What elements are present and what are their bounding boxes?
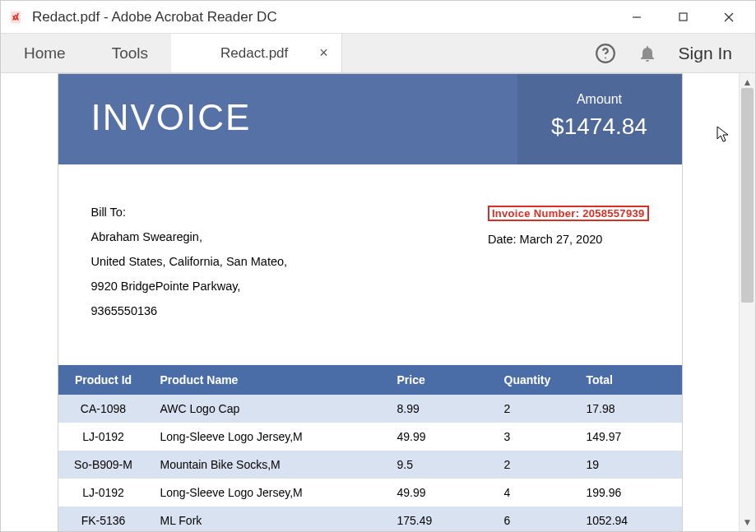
cell-id: CA-1098: [58, 395, 149, 423]
col-total: Total: [575, 365, 682, 395]
bill-to-block: Bill To: Abraham Swearegin, United State…: [91, 206, 288, 329]
table-row: FK-5136 ML Fork 175.49 6 1052.94: [58, 507, 682, 531]
main-toolbar: Home Tools Redact.pdf × Sign In: [1, 34, 755, 73]
cell-price: 49.99: [386, 423, 493, 451]
scroll-track[interactable]: [740, 88, 755, 516]
pdf-page: INVOICE Amount $1474.84 Bill To: Abraham…: [58, 73, 683, 531]
bill-to-label: Bill To:: [91, 206, 288, 219]
window-titlebar: Redact.pdf - Adobe Acrobat Reader DC: [1, 1, 755, 34]
document-tab[interactable]: Redact.pdf ×: [171, 34, 342, 72]
tab-close-icon[interactable]: ×: [319, 44, 328, 62]
cell-price: 49.99: [386, 479, 493, 507]
cell-name: Long-Sleeve Logo Jersey,M: [149, 423, 386, 451]
cell-name: AWC Logo Cap: [149, 395, 386, 423]
svg-rect-1: [679, 13, 687, 21]
tools-button[interactable]: Tools: [89, 34, 171, 72]
amount-value: $1474.84: [517, 113, 682, 140]
help-icon[interactable]: [595, 43, 616, 64]
window-close-button[interactable]: [706, 1, 752, 34]
cell-total: 199.96: [575, 479, 682, 507]
bill-to-phone: 9365550136: [91, 304, 288, 317]
amount-label: Amount: [517, 92, 682, 107]
cell-total: 149.97: [575, 423, 682, 451]
cell-total: 17.98: [575, 395, 682, 423]
table-row: CA-1098 AWC Logo Cap 8.99 2 17.98: [58, 395, 682, 423]
cell-qty: 2: [493, 395, 575, 423]
col-product-id: Product Id: [58, 365, 149, 395]
invoice-amount-box: Amount $1474.84: [517, 74, 682, 164]
cell-id: FK-5136: [58, 507, 149, 531]
invoice-number-highlighted: Invoice Number: 2058557939: [488, 206, 649, 221]
cell-name: Mountain Bike Socks,M: [149, 451, 386, 479]
table-row: LJ-0192 Long-Sleeve Logo Jersey,M 49.99 …: [58, 423, 682, 451]
col-price: Price: [386, 365, 493, 395]
cell-name: ML Fork: [149, 507, 386, 531]
svg-point-5: [605, 57, 606, 58]
cell-qty: 3: [493, 423, 575, 451]
invoice-title: INVOICE: [58, 74, 517, 164]
cell-total: 1052.94: [575, 507, 682, 531]
notifications-icon[interactable]: [638, 44, 657, 63]
cell-total: 19: [575, 451, 682, 479]
sign-in-button[interactable]: Sign In: [679, 44, 732, 63]
cell-id: LJ-0192: [58, 479, 149, 507]
line-items-table: Product Id Product Name Price Quantity T…: [58, 365, 682, 531]
scroll-up-arrow[interactable]: ▲: [743, 76, 753, 88]
invoice-meta-right: Invoice Number: 2058557939 Date: March 2…: [488, 206, 649, 329]
invoice-date: Date: March 27, 2020: [488, 233, 649, 246]
cell-qty: 6: [493, 507, 575, 531]
table-row: So-B909-M Mountain Bike Socks,M 9.5 2 19: [58, 451, 682, 479]
cell-price: 175.49: [386, 507, 493, 531]
scroll-down-arrow[interactable]: ▼: [743, 516, 753, 528]
table-row: LJ-0192 Long-Sleeve Logo Jersey,M 49.99 …: [58, 479, 682, 507]
vertical-scrollbar[interactable]: ▲ ▼: [739, 73, 755, 531]
col-product-name: Product Name: [149, 365, 386, 395]
cell-qty: 2: [493, 451, 575, 479]
table-header-row: Product Id Product Name Price Quantity T…: [58, 365, 682, 395]
acrobat-icon: [7, 9, 24, 25]
cell-id: So-B909-M: [58, 451, 149, 479]
scroll-thumb[interactable]: [741, 88, 754, 303]
cell-price: 9.5: [386, 451, 493, 479]
document-viewport[interactable]: INVOICE Amount $1474.84 Bill To: Abraham…: [1, 73, 739, 531]
bill-to-name: Abraham Swearegin,: [91, 230, 288, 243]
bill-to-street: 9920 BridgePointe Parkway,: [91, 280, 288, 293]
window-minimize-button[interactable]: [614, 1, 660, 34]
cell-price: 8.99: [386, 395, 493, 423]
cell-id: LJ-0192: [58, 423, 149, 451]
invoice-header: INVOICE Amount $1474.84: [58, 74, 682, 164]
window-title: Redact.pdf - Adobe Acrobat Reader DC: [32, 9, 277, 25]
cell-qty: 4: [493, 479, 575, 507]
bill-to-region: United States, California, San Mateo,: [91, 255, 288, 268]
home-button[interactable]: Home: [1, 34, 89, 72]
document-tab-title: Redact.pdf: [220, 45, 288, 62]
col-quantity: Quantity: [493, 365, 575, 395]
window-maximize-button[interactable]: [660, 1, 706, 34]
cell-name: Long-Sleeve Logo Jersey,M: [149, 479, 386, 507]
